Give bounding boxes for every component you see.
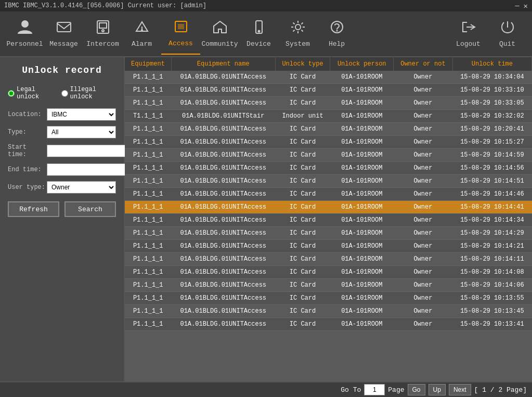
go-button[interactable]: Go	[408, 384, 425, 395]
table-row[interactable]: T1.1_1_101A.01BLDG.01UNITStairIndoor uni…	[125, 110, 532, 123]
titlebar-controls[interactable]: — ✕	[515, 2, 528, 10]
cell-type: IC Card	[275, 123, 330, 136]
cell-time: 15-08-29 10:15:27	[452, 136, 531, 149]
action-buttons: Refresh Search	[8, 201, 116, 217]
cell-owner: Owner	[394, 214, 453, 227]
records-table-container[interactable]: Equipment Equipment name Unlock type Unl…	[125, 57, 532, 381]
cell-equipment: P1.1_1_1	[125, 253, 171, 266]
nav-item-intercom[interactable]: Intercom	[83, 13, 122, 55]
next-button[interactable]: Next	[449, 384, 471, 395]
table-row[interactable]: P1.1_1_101A.01BLDG.01UNITAccessIC Card01…	[125, 266, 532, 279]
table-row[interactable]: P1.1_1_101A.01BLDG.01UNITAccessIC Card01…	[125, 305, 532, 318]
close-button[interactable]: ✕	[524, 2, 528, 10]
minimize-button[interactable]: —	[515, 2, 519, 10]
cell-owner: Owner	[394, 123, 453, 136]
cell-owner: Owner	[394, 136, 453, 149]
table-row[interactable]: P1.1_1_101A.01BLDG.01UNITAccessIC Card01…	[125, 227, 532, 240]
svg-point-11	[295, 24, 301, 30]
table-row[interactable]: P1.1_1_101A.01BLDG.01UNITAccessIC Card01…	[125, 123, 532, 136]
cell-person: 01A-101ROOM	[330, 279, 394, 292]
alarm-icon	[134, 20, 150, 38]
quit-label: Quit	[499, 40, 515, 48]
location-label: Location:	[8, 111, 47, 118]
table-row[interactable]: P1.1_1_101A.01BLDG.01UNITAccessIC Card01…	[125, 201, 532, 214]
table-row[interactable]: P1.1_1_101A.01BLDG.01UNITAccessIC Card01…	[125, 292, 532, 305]
table-row[interactable]: P1.1_1_101A.01BLDG.01UNITAccessIC Card01…	[125, 318, 532, 331]
table-row[interactable]: P1.1_1_101A.01BLDG.01UNITAccessIC Card01…	[125, 71, 532, 84]
start-time-input[interactable]: 28, 2015 12:00:	[47, 145, 129, 157]
col-equipment-name: Equipment name	[171, 57, 275, 71]
nav-label-access: Access	[168, 40, 193, 47]
nav-item-system[interactable]: System	[278, 13, 317, 55]
community-icon	[212, 20, 228, 38]
nav-item-community[interactable]: Community	[200, 13, 239, 55]
cell-type: IC Card	[275, 240, 330, 253]
nav-item-message[interactable]: Message	[44, 13, 83, 55]
nav-item-access[interactable]: Access	[161, 13, 200, 55]
table-row[interactable]: P1.1_1_101A.01BLDG.01UNITAccessIC Card01…	[125, 97, 532, 110]
table-row[interactable]: P1.1_1_101A.01BLDG.01UNITAccessIC Card01…	[125, 136, 532, 149]
cell-person: 01A-101ROOM	[330, 136, 394, 149]
cell-owner: Owner	[394, 305, 453, 318]
nav-item-device[interactable]: Device	[239, 13, 278, 55]
quit-button[interactable]: Quit	[488, 13, 527, 55]
cell-equipment: P1.1_1_1	[125, 162, 171, 175]
cell-time: 15-08-29 10:14:51	[452, 175, 531, 188]
legal-unlock-radio[interactable]: Legal unlock	[8, 86, 56, 100]
quit-icon	[500, 20, 515, 38]
cell-type: IC Card	[275, 136, 330, 149]
nav-item-help[interactable]: Help	[317, 13, 356, 55]
table-row[interactable]: P1.1_1_101A.01BLDG.01UNITAccessIC Card01…	[125, 253, 532, 266]
cell-equipment: T1.1_1_1	[125, 110, 171, 123]
cell-owner: Owner	[394, 227, 453, 240]
refresh-button[interactable]: Refresh	[8, 201, 59, 217]
up-button[interactable]: Up	[429, 384, 446, 395]
col-unlock-person: Unlock person	[330, 57, 394, 71]
cell-name: 01A.01BLDG.01UNITAccess	[171, 227, 275, 240]
cell-time: 15-08-29 10:14:08	[452, 266, 531, 279]
type-select[interactable]: All	[47, 126, 116, 138]
illegal-unlock-radio[interactable]: Illegal unlock	[61, 86, 116, 100]
cell-type: IC Card	[275, 201, 330, 214]
table-row[interactable]: P1.1_1_101A.01BLDG.01UNITAccessIC Card01…	[125, 188, 532, 201]
cell-time: 15-08-29 10:14:56	[452, 162, 531, 175]
cell-name: 01A.01BLDG.01UNITAccess	[171, 136, 275, 149]
nav-item-alarm[interactable]: Alarm	[122, 13, 161, 55]
cell-time: 15-08-29 10:20:41	[452, 123, 531, 136]
nav-item-personnel[interactable]: Personnel	[5, 13, 44, 55]
table-row[interactable]: P1.1_1_101A.01BLDG.01UNITAccessIC Card01…	[125, 149, 532, 162]
table-row[interactable]: P1.1_1_101A.01BLDG.01UNITAccessIC Card01…	[125, 84, 532, 97]
table-row[interactable]: P1.1_1_101A.01BLDG.01UNITAccessIC Card01…	[125, 240, 532, 253]
table-row[interactable]: P1.1_1_101A.01BLDG.01UNITAccessIC Card01…	[125, 175, 532, 188]
search-button[interactable]: Search	[64, 201, 116, 217]
logout-button[interactable]: Logout	[449, 13, 488, 55]
location-select[interactable]: IBMC	[47, 108, 116, 121]
nav-label-system: System	[286, 40, 310, 48]
page-label: Page	[388, 386, 404, 394]
cell-equipment: P1.1_1_1	[125, 227, 171, 240]
personnel-icon	[17, 20, 33, 38]
end-time-input[interactable]: Saturday, August	[47, 163, 129, 176]
cell-person: 01A-101ROOM	[330, 84, 394, 97]
svg-point-6	[141, 30, 142, 31]
cell-time: 15-08-29 10:14:21	[452, 240, 531, 253]
cell-type: IC Card	[275, 162, 330, 175]
start-time-label: Start time:	[8, 144, 47, 158]
table-row[interactable]: P1.1_1_101A.01BLDG.01UNITAccessIC Card01…	[125, 162, 532, 175]
cell-equipment: P1.1_1_1	[125, 214, 171, 227]
cell-owner: Owner	[394, 292, 453, 305]
cell-name: 01A.01BLDG.01UNITAccess	[171, 292, 275, 305]
user-type-select[interactable]: Owner	[47, 181, 116, 194]
type-field: Type: All	[8, 126, 116, 138]
cell-owner: Owner	[394, 149, 453, 162]
table-row[interactable]: P1.1_1_101A.01BLDG.01UNITAccessIC Card01…	[125, 214, 532, 227]
cell-type: Indoor unit	[275, 110, 330, 123]
goto-input[interactable]: 1	[364, 384, 385, 395]
table-row[interactable]: P1.1_1_101A.01BLDG.01UNITAccessIC Card01…	[125, 279, 532, 292]
cell-type: IC Card	[275, 253, 330, 266]
cell-person: 01A-101ROOM	[330, 149, 394, 162]
cell-time: 15-08-29 10:14:46	[452, 188, 531, 201]
cell-type: IC Card	[275, 266, 330, 279]
cell-equipment: P1.1_1_1	[125, 149, 171, 162]
device-icon	[251, 20, 267, 38]
